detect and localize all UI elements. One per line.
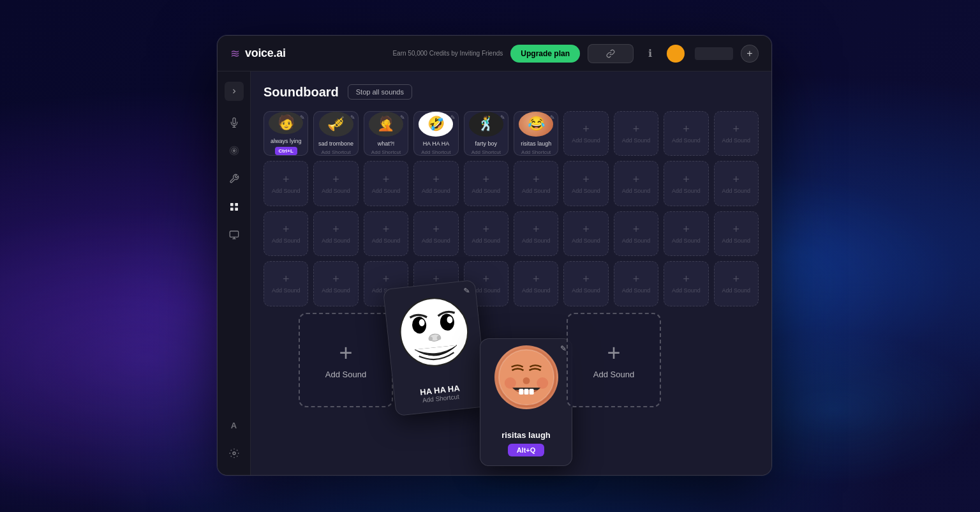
add-shortcut-sad-trombone: Add Shortcut xyxy=(321,149,350,155)
sound-avatar-always-lying: 🧑 xyxy=(269,112,303,134)
edit-pencil-icon: ✎ xyxy=(500,114,505,121)
sound-avatar-sad-trombone: 🎺 xyxy=(319,112,353,137)
sound-name-risitas: risitas laugh xyxy=(521,140,551,147)
add-sound-cell-2-1[interactable]: +Add Sound xyxy=(264,161,308,206)
add-shortcut-what: Add Shortcut xyxy=(371,149,401,155)
logo-icon: ≋ xyxy=(230,47,240,61)
main-content: Soundboard Stop all sounds ✎ 🧑 always ly… xyxy=(251,72,771,475)
sound-cell-hahaha[interactable]: ✎ 🤣 HA HA HA Add Shortcut xyxy=(413,111,458,156)
sidebar-tools-button[interactable] xyxy=(223,167,246,190)
add-sound-cell-1-10[interactable]: + Add Sound xyxy=(714,111,759,156)
svg-rect-6 xyxy=(235,203,238,206)
sound-avatar-what: 🤦 xyxy=(369,112,403,137)
sidebar: A xyxy=(218,72,251,475)
add-sound-cell-2-10[interactable]: +Add Sound xyxy=(714,161,759,206)
user-name xyxy=(695,47,733,60)
add-shortcut-farty-boy: Add Shortcut xyxy=(471,149,501,155)
add-sound-cell-2-5[interactable]: +Add Sound xyxy=(464,161,509,206)
add-sound-cell-4-4[interactable]: +Add Sound xyxy=(413,261,458,306)
edit-pencil-icon: ✎ xyxy=(400,114,405,121)
app-window: ≋ voice.ai Earn 50,000 Credits by Inviti… xyxy=(217,35,772,476)
sidebar-mic-button[interactable] xyxy=(223,111,246,134)
app-body: A Soundboard Stop all sounds xyxy=(218,72,771,475)
add-sound-cell-4-3[interactable]: +Add Sound xyxy=(364,261,408,306)
logo: ≋ voice.ai xyxy=(230,47,286,61)
add-sound-cell-4-10[interactable]: +Add Sound xyxy=(714,261,759,306)
add-sound-cell-3-1[interactable]: +Add Sound xyxy=(264,211,308,256)
sound-name-sad-trombone: sad trombone xyxy=(318,140,353,147)
edit-pencil-icon: ✎ xyxy=(550,114,555,121)
add-sound-cell-3-9[interactable]: +Add Sound xyxy=(664,211,708,256)
sound-cell-sad-trombone[interactable]: ✎ 🎺 sad trombone Add Shortcut xyxy=(313,111,358,156)
add-sound-cell-3-7[interactable]: +Add Sound xyxy=(563,211,608,256)
sidebar-cards-button[interactable] xyxy=(223,223,246,246)
sound-cell-risitas[interactable]: ✎ 😂 risitas laugh Add Shortcut xyxy=(514,111,558,156)
svg-rect-9 xyxy=(230,231,238,237)
user-avatar[interactable] xyxy=(667,45,685,63)
add-sound-cell-3-6[interactable]: +Add Sound xyxy=(514,211,558,256)
sound-name-always-lying: always lying xyxy=(271,138,302,145)
add-sound-cell-1-9[interactable]: + Add Sound xyxy=(664,111,708,156)
sound-cell-farty-boy[interactable]: ✎ 🕺 farty boy Add Shortcut xyxy=(464,111,509,156)
sound-name-hahaha: HA HA HA xyxy=(423,140,450,147)
svg-point-12 xyxy=(233,452,235,455)
add-sound-cell-3-8[interactable]: +Add Sound xyxy=(614,211,658,256)
sidebar-soundboard-button[interactable] xyxy=(223,195,246,218)
svg-rect-7 xyxy=(230,207,234,211)
add-sound-cell-3-5[interactable]: +Add Sound xyxy=(464,211,509,256)
soundboard-header: Soundboard Stop all sounds xyxy=(264,84,759,100)
sound-avatar-risitas: 😂 xyxy=(519,112,553,137)
upgrade-plan-button[interactable]: Upgrade plan xyxy=(510,45,580,63)
add-sound-cell-3-10[interactable]: +Add Sound xyxy=(714,211,759,256)
info-button[interactable]: ℹ xyxy=(641,45,659,63)
sidebar-radio-button[interactable] xyxy=(223,139,246,162)
link-button[interactable] xyxy=(588,44,634,63)
stop-all-sounds-button[interactable]: Stop all sounds xyxy=(348,84,412,100)
sound-grid: ✎ 🧑 always lying Ctrl+L ✎ 🎺 sad trombone… xyxy=(264,111,759,306)
sound-avatar-hahaha: 🤣 xyxy=(419,112,453,137)
add-sound-cell-4-1[interactable]: +Add Sound xyxy=(264,261,308,306)
add-sound-cell-3-2[interactable]: +Add Sound xyxy=(313,211,358,256)
sound-name-what: what?! xyxy=(378,140,395,147)
add-sound-cell-3-4[interactable]: +Add Sound xyxy=(413,211,458,256)
svg-point-3 xyxy=(232,148,237,153)
sound-cell-what[interactable]: ✎ 🤦 what?! Add Shortcut xyxy=(364,111,408,156)
svg-rect-5 xyxy=(230,203,234,206)
sidebar-bottom: A xyxy=(223,414,246,465)
add-sound-cell-4-2[interactable]: +Add Sound xyxy=(313,261,358,306)
edit-pencil-icon: ✎ xyxy=(300,114,305,121)
edit-pencil-icon: ✎ xyxy=(450,114,456,121)
svg-rect-8 xyxy=(235,207,238,211)
sound-name-farty-boy: farty boy xyxy=(475,140,498,147)
add-sound-cell-4-9[interactable]: +Add Sound xyxy=(664,261,708,306)
sidebar-font-button: A xyxy=(223,414,246,437)
earn-credits-text: Earn 50,000 Credits by Inviting Friends xyxy=(392,49,503,57)
add-sound-cell-1-8[interactable]: + Add Sound xyxy=(614,111,658,156)
sound-avatar-farty-boy: 🕺 xyxy=(469,112,503,137)
add-sound-cell-4-5[interactable]: +Add Sound xyxy=(464,261,509,306)
add-button[interactable]: + xyxy=(741,45,759,63)
add-sound-cell-1-7[interactable]: + Add Sound xyxy=(563,111,608,156)
add-sound-cell-2-2[interactable]: +Add Sound xyxy=(313,161,358,206)
sidebar-expand-button[interactable] xyxy=(225,82,244,101)
svg-point-2 xyxy=(233,150,235,152)
add-shortcut-hahaha: Add Shortcut xyxy=(421,149,450,155)
title-bar: ≋ voice.ai Earn 50,000 Credits by Inviti… xyxy=(218,36,771,72)
soundboard-title: Soundboard xyxy=(264,85,339,100)
add-shortcut-risitas: Add Shortcut xyxy=(521,149,551,155)
app-name: voice.ai xyxy=(245,47,286,60)
shortcut-badge-always-lying: Ctrl+L xyxy=(275,147,297,155)
add-sound-cell-2-4[interactable]: +Add Sound xyxy=(413,161,458,206)
sound-cell-always-lying[interactable]: ✎ 🧑 always lying Ctrl+L xyxy=(264,111,308,156)
edit-pencil-icon: ✎ xyxy=(350,114,355,121)
add-sound-cell-4-6[interactable]: +Add Sound xyxy=(514,261,558,306)
add-sound-cell-2-3[interactable]: +Add Sound xyxy=(364,161,408,206)
add-sound-cell-2-7[interactable]: +Add Sound xyxy=(563,161,608,206)
add-sound-cell-3-3[interactable]: +Add Sound xyxy=(364,211,408,256)
sidebar-settings-button[interactable] xyxy=(223,442,246,465)
add-sound-cell-4-8[interactable]: +Add Sound xyxy=(614,261,658,306)
add-sound-cell-4-7[interactable]: +Add Sound xyxy=(563,261,608,306)
add-sound-cell-2-6[interactable]: +Add Sound xyxy=(514,161,558,206)
add-sound-cell-2-9[interactable]: +Add Sound xyxy=(664,161,708,206)
add-sound-cell-2-8[interactable]: +Add Sound xyxy=(614,161,658,206)
